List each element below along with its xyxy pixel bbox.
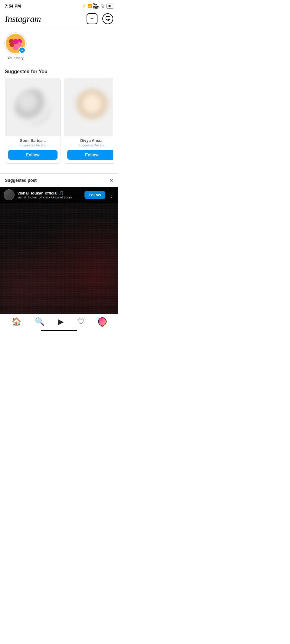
stories-row: + Your story (0, 28, 118, 64)
suggestion-name-1: Somi Sarisa... (5, 138, 61, 143)
post-follow-button[interactable]: Follow (84, 191, 105, 199)
nav-activity[interactable]: ♡ (77, 318, 84, 325)
post-username: vishal_loukar_official 🎵 (18, 191, 84, 195)
nav-home[interactable]: 🏠 (12, 318, 21, 325)
plus-icon: + (91, 16, 94, 22)
post-image-noise (0, 187, 118, 314)
nav-profile-dot (101, 325, 103, 327)
follow-button-1[interactable]: Follow (8, 150, 58, 160)
suggestion-avatar-2 (74, 89, 110, 125)
app-header: Instagram + 🗨 (0, 11, 118, 28)
suggestion-avatar-1 (15, 89, 51, 125)
nav-profile[interactable] (98, 317, 107, 326)
messenger-button[interactable]: 🗨 (102, 13, 113, 24)
wifi-icon: 📡 (101, 4, 105, 8)
suggested-for-you-section: Suggested for You × Somi Sarisa... Sugge… (0, 64, 118, 168)
post-audio-label: vishal_loukar_official • Original audio (18, 195, 84, 199)
close-suggested-post-button[interactable]: × (110, 177, 113, 183)
story-add-icon: + (19, 47, 25, 54)
wifi-label: VoWiFi (93, 3, 100, 9)
suggestion-card-2-image (64, 78, 113, 136)
suggested-title: Suggested for You (5, 69, 113, 74)
suggestion-sub-2: Suggested for you (64, 143, 113, 147)
suggested-post-header: Suggested post × (0, 174, 118, 187)
bottom-nav: 🏠 🔍 ▶ ♡ (0, 314, 118, 328)
post-user-avatar (4, 189, 15, 200)
nav-search[interactable]: 🔍 (35, 318, 44, 325)
close-x-icon: × (110, 177, 113, 184)
suggested-post-title: Suggested post (5, 178, 37, 183)
suggestion-card-2: Divya Ama... Suggested for you Follow (64, 78, 113, 164)
your-story-avatar-wrapper: + (5, 33, 26, 54)
messenger-icon: 🗨 (105, 15, 111, 22)
post-image (0, 187, 118, 314)
post-header-overlay: vishal_loukar_official 🎵 vishal_loukar_o… (0, 187, 118, 203)
heart-icon: ♡ (77, 318, 84, 325)
your-story-label: Your story (7, 56, 24, 60)
header-icons: + 🗨 (87, 13, 113, 24)
status-time: 7:54 PM (5, 4, 21, 8)
follow-button-2[interactable]: Follow (67, 150, 113, 160)
home-indicator (41, 330, 77, 331)
suggestion-cards-row: × Somi Sarisa... Suggested for you Follo… (5, 78, 113, 166)
post-container: vishal_loukar_official 🎵 vishal_loukar_o… (0, 187, 118, 314)
add-post-button[interactable]: + (87, 13, 97, 24)
post-more-button[interactable]: ⋮ (108, 192, 114, 198)
suggestion-name-2: Divya Ama... (64, 138, 113, 143)
suggestion-card-1: × Somi Sarisa... Suggested for you Follo… (5, 78, 61, 164)
suggestion-sub-1: Suggested for you (5, 143, 61, 147)
nav-profile-inner (99, 318, 106, 325)
battery-icon: 31 (107, 4, 113, 8)
bluetooth-icon: ⚡ (82, 4, 86, 8)
signal-icon: 📶 (87, 4, 92, 8)
home-icon: 🏠 (12, 318, 21, 325)
nav-profile-pic (98, 317, 107, 326)
reels-icon: ▶ (58, 318, 64, 325)
nav-reels[interactable]: ▶ (58, 318, 64, 325)
your-story-item[interactable]: + Your story (5, 33, 26, 60)
status-icons: ⚡ 📶 VoWiFi 📡 31 (82, 3, 113, 9)
suggestion-card-1-image (5, 78, 61, 136)
suggested-post-section: Suggested post × vishal_loukar_official … (0, 173, 118, 314)
more-dots-icon: ⋮ (108, 191, 114, 198)
search-icon: 🔍 (35, 318, 44, 325)
status-bar: 7:54 PM ⚡ 📶 VoWiFi 📡 31 (0, 0, 118, 11)
instagram-logo: Instagram (5, 14, 41, 24)
post-user-info: vishal_loukar_official 🎵 vishal_loukar_o… (18, 191, 84, 199)
